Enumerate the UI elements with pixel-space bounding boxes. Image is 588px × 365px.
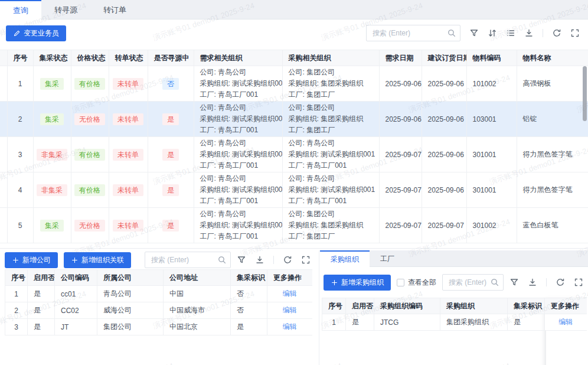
tab-purchase-org[interactable]: 采购组织 xyxy=(320,250,370,267)
fullscreen-icon[interactable] xyxy=(574,278,583,287)
company-address-cell: 中国威海市 xyxy=(164,302,231,319)
view-all-checkbox[interactable] xyxy=(397,279,404,286)
central-flag-cell: 否 xyxy=(231,286,267,302)
filter-icon[interactable] xyxy=(509,278,519,287)
column-header: 集采标识 xyxy=(231,270,267,286)
status-badge: 否 xyxy=(162,78,179,90)
sourcing-cell: 是 xyxy=(148,208,194,243)
filter-icon[interactable] xyxy=(237,255,246,265)
org-purchase-org: 采购组织: 测试采购组织001 xyxy=(200,220,276,231)
edit-link[interactable]: 编辑 xyxy=(558,318,573,326)
org-company: 公司: 青岛公司 xyxy=(200,67,276,78)
org-tabbar: 采购组织 工厂 xyxy=(320,250,588,267)
company-code-cell: CC02 xyxy=(55,302,97,319)
download-icon[interactable] xyxy=(255,255,264,265)
main-search xyxy=(366,25,460,41)
tab-factory[interactable]: 工厂 xyxy=(370,250,405,267)
org-factory: 工厂: 青岛工厂001 xyxy=(200,195,276,207)
table-row[interactable]: 1 是 cc01 青岛公司 中国 否 编辑 xyxy=(5,286,312,302)
price-status-cell: 无价格 xyxy=(71,208,109,243)
seq-cell: 3 xyxy=(7,137,33,172)
more-actions-cell: 编辑 xyxy=(545,314,587,331)
org-code-cell: JTCG xyxy=(374,314,440,331)
refresh-icon[interactable] xyxy=(552,28,561,38)
org-purchase-org: 采购组织: 测试采购组织001 xyxy=(289,184,373,195)
search-input[interactable] xyxy=(367,25,460,41)
tab-to-sourcing[interactable]: 转寻源 xyxy=(41,0,90,19)
suggest-date-cell: 2025-09-06 xyxy=(422,102,466,137)
search-icon[interactable] xyxy=(490,278,499,287)
org-factory: 工厂: 青岛工厂001 xyxy=(200,160,276,171)
add-company-button[interactable]: 新增公司 xyxy=(5,252,58,268)
demand-date-cell: 2025-09-06 xyxy=(379,66,422,102)
refresh-icon[interactable] xyxy=(556,278,565,287)
table-row[interactable]: 1 集采 有价格 未转单 否 公司: 青岛公司采购组织: 测试采购组织001工厂… xyxy=(0,66,588,102)
status-badge: 是 xyxy=(162,149,179,161)
price-status-cell: 有价格 xyxy=(71,66,109,102)
edit-link[interactable]: 编辑 xyxy=(283,289,297,298)
table-row[interactable]: 3 是 JT 集团公司 中国北京 是 编辑 xyxy=(5,319,312,335)
fullscreen-icon[interactable] xyxy=(301,255,311,265)
add-purchase-org-button[interactable]: 新增采购组织 xyxy=(324,275,391,291)
collect-status-cell: 集采 xyxy=(33,66,71,102)
table-row[interactable]: 4 非集采 有价格 未转单 是 公司: 青岛公司采购组织: 测试采购组织001工… xyxy=(0,172,588,208)
change-salesman-button[interactable]: 变更业务员 xyxy=(6,25,66,41)
column-header: 序号 xyxy=(5,270,28,286)
column-header: 转单状态 xyxy=(109,50,148,66)
org-factory: 工厂: 集团工厂 xyxy=(289,89,373,100)
status-badge: 未转单 xyxy=(113,184,143,196)
fullscreen-icon[interactable] xyxy=(570,28,580,38)
edit-link[interactable]: 编辑 xyxy=(283,322,297,331)
purchase-org-cell: 公司: 集团公司采购组织: 集团采购组织工厂: 集团工厂 xyxy=(282,66,379,102)
tab-label: 查询 xyxy=(13,5,28,16)
download-icon[interactable] xyxy=(524,28,534,38)
collect-status-cell: 集采 xyxy=(33,102,71,137)
download-icon[interactable] xyxy=(528,278,537,287)
org-purchase-org: 采购组织: 测试采购组织001 xyxy=(289,149,373,160)
suggest-date-cell: 2025-09-07 xyxy=(422,208,466,243)
search-icon[interactable] xyxy=(217,255,227,265)
tab-query[interactable]: 查询 xyxy=(0,0,41,19)
table-row[interactable]: 2 集采 无价格 未转单 是 公司: 青岛公司采购组织: 测试采购组织001工厂… xyxy=(0,102,588,137)
status-badge: 未转单 xyxy=(113,220,143,232)
material-code-cell: 301002 xyxy=(466,208,517,243)
org-purchase-org: 采购组织: 测试采购组织001 xyxy=(200,78,276,89)
transfer-status-cell: 未转单 xyxy=(109,66,148,102)
company-name-cell: 威海公司 xyxy=(97,302,164,319)
collect-status-cell: 非集采 xyxy=(33,172,71,208)
vertical-scrollbar[interactable] xyxy=(583,66,587,121)
filter-icon[interactable] xyxy=(469,28,479,38)
table-row[interactable]: 5 集采 无价格 未转单 是 公司: 青岛公司采购组织: 测试采购组织001工厂… xyxy=(0,208,588,243)
divider xyxy=(543,29,543,37)
column-header: 采购相关组织 xyxy=(282,50,379,66)
sourcing-cell: 是 xyxy=(148,102,194,137)
sort-icon[interactable] xyxy=(488,28,497,38)
status-badge: 集采 xyxy=(40,220,64,232)
column-header: 需求相关组织 xyxy=(194,50,282,66)
search-icon[interactable] xyxy=(447,28,456,38)
tab-to-order[interactable]: 转订单 xyxy=(90,0,139,19)
divider xyxy=(546,278,547,286)
table-row[interactable]: 3 非集采 有价格 未转单 是 公司: 青岛公司采购组织: 测试采购组织001工… xyxy=(0,137,588,172)
material-name-cell: 蓝色白板笔 xyxy=(517,208,588,243)
refresh-icon[interactable] xyxy=(283,255,292,265)
demand-table-wrap: 序号集采状态价格状态转单状态是否寻源中需求相关组织采购相关组织需求日期建议订货日… xyxy=(0,50,588,249)
column-header: 启用否 xyxy=(346,298,374,314)
org-purchase-org: 采购组织: 测试采购组织001 xyxy=(200,149,276,160)
table-row[interactable]: 2 是 CC02 威海公司 中国威海市 否 编辑 xyxy=(5,302,312,319)
demand-org-cell: 公司: 青岛公司采购组织: 测试采购组织001工厂: 青岛工厂001 xyxy=(194,66,282,102)
org-factory: 工厂: 青岛工厂001 xyxy=(289,160,373,171)
org-name-cell: 集团采购组织 xyxy=(440,314,508,331)
column-settings-icon[interactable] xyxy=(506,28,515,38)
demand-org-cell: 公司: 青岛公司采购组织: 测试采购组织001工厂: 青岛工厂001 xyxy=(194,208,282,243)
org-factory: 工厂: 集团工厂 xyxy=(289,231,373,242)
org-company: 公司: 青岛公司 xyxy=(200,138,276,149)
header-row: 序号启用否采购组织编码采购组织集采标识更多操作 xyxy=(322,298,587,314)
add-org-relation-button[interactable]: 新增组织关联 xyxy=(64,252,131,268)
purchase-org-cell: 公司: 青岛公司采购组织: 测试采购组织001工厂: 青岛工厂001 xyxy=(282,137,379,172)
company-name-cell: 集团公司 xyxy=(97,319,164,335)
status-badge: 集采 xyxy=(40,113,64,125)
edit-link[interactable]: 编辑 xyxy=(283,306,297,314)
demand-date-cell: 2025-09-07 xyxy=(379,208,422,243)
table-row[interactable]: 1 是 JTCG 集团采购组织 是 编辑 xyxy=(322,314,587,331)
